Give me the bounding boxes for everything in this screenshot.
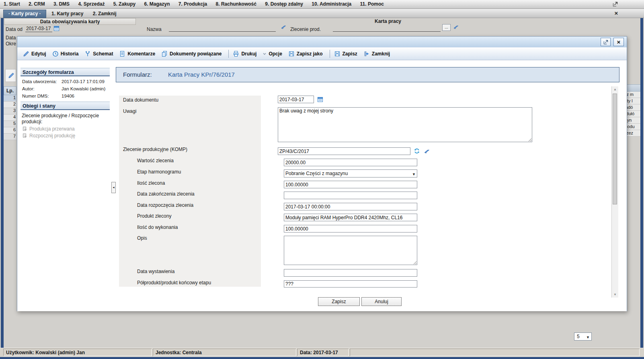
toolbar-comments-label: Komentarze bbox=[127, 51, 155, 57]
module-close-icon[interactable]: × bbox=[613, 10, 619, 16]
window-frame-right bbox=[640, 18, 643, 357]
doc-arrow-icon bbox=[23, 126, 27, 131]
bg-prod-order-eraser-icon[interactable] bbox=[453, 24, 459, 30]
document-icon bbox=[119, 51, 125, 57]
menu-dms[interactable]: 3. DMS bbox=[50, 0, 73, 7]
created-value: 2017-03-17 17:01:09 bbox=[62, 79, 105, 84]
sidebar-collapse-handle[interactable]: ◄ bbox=[111, 182, 116, 193]
window-popout-icon[interactable] bbox=[613, 2, 619, 8]
bg-karta-pracy-header: Karta pracy bbox=[139, 18, 637, 25]
end-date-input[interactable] bbox=[284, 192, 417, 199]
form-scrollbar[interactable]: ▲ ▼ bbox=[611, 86, 618, 298]
eraser-icon[interactable] bbox=[423, 148, 430, 155]
menu-pomoc[interactable]: 11. Pomoc bbox=[357, 0, 388, 7]
bg-lp-row[interactable]: 7 bbox=[4, 134, 16, 140]
order-value-input[interactable] bbox=[284, 159, 417, 166]
tab-karty-pracy-active[interactable]: · Karty pracy · bbox=[3, 10, 46, 18]
field-label-qty-todo: Ilość do wykonania bbox=[137, 224, 178, 230]
field-label-issue-date: Data wystawienia bbox=[137, 269, 174, 274]
author-value: Jan Kowalski (admin) bbox=[62, 86, 105, 91]
menu-dostep-zdalny[interactable]: 9. Dostęp zdalny bbox=[261, 0, 307, 7]
notes-textarea[interactable]: Brak uwag z mojej strony bbox=[278, 107, 532, 142]
bg-clipped-label-data: Data bbox=[6, 35, 16, 41]
bg-name-label: Nazwa bbox=[147, 27, 162, 32]
dialog-maximize-button[interactable] bbox=[601, 38, 611, 46]
menu-start[interactable]: 1. Start bbox=[0, 0, 24, 7]
refresh-icon[interactable] bbox=[414, 148, 420, 154]
menu-produkcja[interactable]: 7. Produkcja bbox=[175, 0, 211, 7]
bg-prod-order-input[interactable] bbox=[333, 25, 441, 32]
bg-lp-row[interactable]: 5 bbox=[4, 121, 16, 127]
status-bar: Użytkownik: Kowalski (admin) Jan Jednost… bbox=[0, 348, 644, 357]
clock-icon bbox=[52, 51, 59, 57]
bg-lp-row[interactable]: 2 bbox=[4, 102, 16, 108]
bg-lp-row[interactable]: 1 bbox=[4, 95, 16, 102]
tab-menu-zamknij[interactable]: 2. Zamknij bbox=[89, 9, 121, 16]
description-textarea[interactable] bbox=[284, 236, 417, 265]
issue-date-input[interactable] bbox=[284, 269, 417, 277]
created-label: Data utworzenia: bbox=[22, 79, 57, 84]
toolbar-edit-button[interactable]: Edytuj bbox=[23, 51, 46, 57]
workflow-action-production-interrupted[interactable]: Produkcja przerwana bbox=[23, 126, 75, 132]
dialog-close-button[interactable]: × bbox=[613, 38, 624, 46]
bg-prod-order-browse-button[interactable]: ... bbox=[442, 24, 451, 31]
workflow-action-label: Produkcja przerwana bbox=[29, 126, 75, 132]
schedule-stage-value: Pobranie Części z magazynu bbox=[285, 171, 348, 176]
cancel-button[interactable]: Anuluj bbox=[361, 297, 402, 306]
toolbar-comments-button[interactable]: Komentarze bbox=[119, 51, 155, 57]
dialog-titlebar[interactable] bbox=[17, 37, 627, 48]
calendar-icon[interactable] bbox=[317, 96, 323, 102]
menu-zakupy[interactable]: 5. Zakupy bbox=[110, 0, 139, 7]
start-date-input[interactable] bbox=[284, 203, 417, 210]
toolbar-edit-label: Edytuj bbox=[31, 51, 46, 57]
page-size-dropdown[interactable]: 5 ▼ bbox=[574, 332, 592, 341]
menu-sprzedaz[interactable]: 4. Sprzedaż bbox=[74, 0, 108, 7]
qty-ordered-input[interactable] bbox=[284, 181, 417, 188]
scroll-down-icon[interactable]: ▼ bbox=[612, 293, 618, 296]
doc-date-input[interactable] bbox=[278, 96, 314, 103]
author-label: Autor: bbox=[22, 86, 35, 91]
bg-card-validity-header: Data obowiązywania karty bbox=[4, 18, 136, 25]
semi-product-input[interactable] bbox=[284, 280, 417, 288]
bg-date-from-value[interactable]: 2017-03-17 bbox=[25, 26, 52, 32]
printer-icon bbox=[233, 51, 239, 57]
popout-icon bbox=[603, 40, 608, 45]
bg-edit-row-button[interactable] bbox=[5, 69, 16, 82]
field-label-product: Produkt zlecony bbox=[137, 213, 171, 219]
bg-lp-row[interactable]: 3 bbox=[4, 108, 16, 114]
qty-todo-input[interactable] bbox=[284, 225, 417, 233]
toolbar-print-button[interactable]: Drukuj bbox=[233, 51, 256, 57]
menu-administracja[interactable]: 10. Administracja bbox=[308, 0, 355, 7]
dialog-toolbar: Edytuj Historia Schemat Komentarze Dokum… bbox=[17, 47, 627, 60]
bg-name-input[interactable] bbox=[169, 25, 276, 32]
menu-rachunkowosc[interactable]: 8. Rachunkowość bbox=[212, 0, 260, 7]
toolbar-linked-docs-button[interactable]: Dokumenty powiązane bbox=[161, 51, 222, 57]
schedule-stage-select[interactable]: Pobranie Części z magazynu ▼ bbox=[284, 169, 417, 177]
toolbar-options-label: Opcje bbox=[269, 51, 282, 57]
toolbar-options-button[interactable]: Opcje bbox=[263, 51, 282, 57]
toolbar-schema-label: Schemat bbox=[93, 51, 113, 57]
menu-crm[interactable]: 2. CRM bbox=[25, 0, 49, 7]
workflow-action-start-production[interactable]: Rozpocznij produkcję bbox=[23, 133, 75, 139]
prod-order-input[interactable] bbox=[278, 147, 410, 155]
scrollbar-thumb[interactable] bbox=[613, 94, 617, 204]
bg-lp-row[interactable]: 4 bbox=[4, 114, 16, 121]
scroll-up-icon[interactable]: ▲ bbox=[612, 88, 618, 91]
form-header-label: Formularz: bbox=[123, 71, 152, 78]
bg-calendar-icon[interactable] bbox=[53, 25, 59, 31]
toolbar-history-button[interactable]: Historia bbox=[52, 51, 79, 57]
product-input[interactable] bbox=[284, 214, 417, 221]
menu-magazyn[interactable]: 6. Magazyn bbox=[140, 0, 173, 7]
bg-lp-row[interactable]: 6 bbox=[4, 127, 16, 134]
bg-name-eraser-icon[interactable] bbox=[280, 24, 286, 30]
save-button[interactable]: Zapisz bbox=[318, 297, 360, 306]
toolbar-schema-button[interactable]: Schemat bbox=[84, 51, 113, 57]
toolbar-separator bbox=[228, 50, 229, 58]
chevron-down-icon: ▼ bbox=[412, 171, 416, 178]
tab-menu-karty-pracy[interactable]: 1. Karty pracy bbox=[47, 9, 87, 16]
toolbar-save-as-button[interactable]: Zapisz jako bbox=[288, 51, 323, 57]
field-label-qty-ordered: Ilość zlecona bbox=[137, 180, 165, 186]
toolbar-close-button[interactable]: Zamknij bbox=[363, 51, 390, 57]
toolbar-save-button[interactable]: Zapisz bbox=[334, 51, 357, 57]
toolbar-separator bbox=[330, 50, 330, 58]
